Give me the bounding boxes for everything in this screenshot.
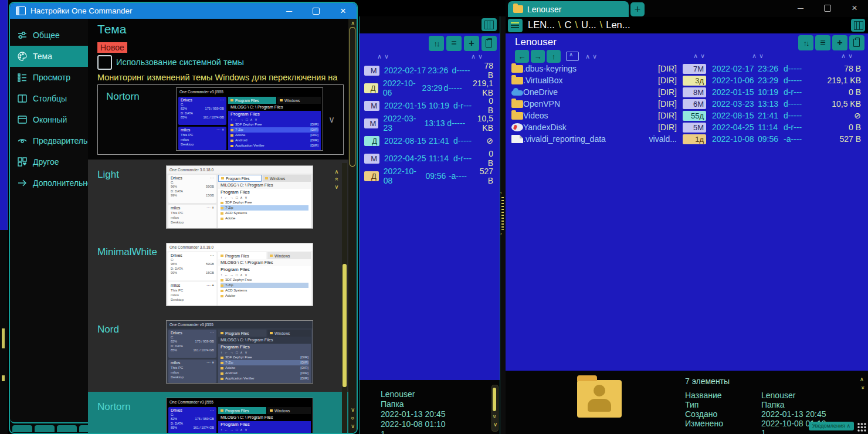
- preview-file-row: 3DF Zephyr Free[DIR]: [230, 122, 318, 127]
- sort-icon[interactable]: [798, 35, 813, 50]
- breadcrumb[interactable]: LEN...\C\U...\Len...: [528, 19, 630, 30]
- size-cell: 0 B: [486, 149, 500, 168]
- scroll-down-double-icon[interactable]: »: [351, 415, 354, 421]
- paste-icon[interactable]: [849, 35, 864, 50]
- dir-tag: [DIR]: [640, 64, 677, 73]
- sidebar-item-label: Столбцы: [33, 94, 67, 103]
- notifications-badge[interactable]: Уведомления ∧: [809, 422, 854, 430]
- attr-cell: d-----: [453, 136, 486, 145]
- minimize-button[interactable]: ─: [276, 3, 303, 19]
- folder-icon: [511, 77, 523, 84]
- preview-file-row: Adobe: [221, 216, 308, 221]
- file-row[interactable]: .dbus-keyrings[DIR]7М2022-02-1723:26d---…: [506, 63, 868, 74]
- column-sort-chevrons[interactable]: ∧∨: [377, 53, 391, 60]
- splitter-handle[interactable]: [501, 197, 504, 230]
- sidebar-item-window[interactable]: Оконный: [10, 109, 88, 130]
- theme-list-scrollbar[interactable]: [342, 163, 347, 433]
- theme-option-light[interactable]: Light One Commander 3.0.18.0 Drives··· C…: [88, 160, 348, 237]
- sidebar-item-other[interactable]: Другое: [10, 151, 88, 172]
- file-row[interactable]: .VirtualBox[DIR]3д2022-10-0623:29d-----2…: [506, 74, 868, 86]
- file-row[interactable]: М2022-02-1723:26d-----78 B: [360, 62, 500, 79]
- scroll-down-icon[interactable]: ∨: [351, 423, 355, 429]
- column-sort-chevrons[interactable]: ∧∨: [752, 52, 766, 60]
- file-row[interactable]: OpenVPN[DIR]6М2022-03-2313:13d-----10,5 …: [506, 98, 868, 110]
- file-row[interactable]: Д2022-10-0623:29d-----219,1 KB: [360, 79, 500, 97]
- column-sort-chevrons[interactable]: ∧∨: [841, 52, 855, 60]
- file-row[interactable]: OneDrive[DIR]8М2022-01-1510:19d-r---0 B: [506, 86, 868, 98]
- info-extra: 1: [381, 429, 385, 434]
- info-value: 2022-01-13 20:45: [761, 409, 826, 419]
- info-value: 1: [761, 428, 766, 434]
- sidebar-item-columns[interactable]: Столбцы: [10, 88, 88, 109]
- age-badge: М: [364, 118, 378, 128]
- theme-option-nord[interactable]: Nord One Commander v3 β555 Drives··· C:8…: [88, 314, 348, 392]
- date-cell: 2022-03-23: [712, 99, 758, 108]
- file-row[interactable]: .vivaldi_reporting_datavivald...1д2022-1…: [506, 133, 868, 145]
- file-row[interactable]: М2022-03-2313:13d-----10,5 KB: [360, 114, 500, 132]
- crumb-segment[interactable]: C: [564, 19, 571, 30]
- dir-tag: [DIR]: [640, 76, 677, 85]
- info-scrollbar[interactable]: » ∨: [491, 385, 499, 432]
- folder-icon: [511, 100, 523, 108]
- crumb-separator: \: [555, 19, 565, 30]
- list-view-icon[interactable]: [815, 35, 830, 50]
- list-view-icon[interactable]: [446, 36, 462, 51]
- up-icon[interactable]: ↑: [547, 50, 561, 63]
- column-sort-chevrons[interactable]: ∧∨: [693, 52, 707, 60]
- sidebar-item-advanced[interactable]: Дополнительно: [10, 172, 88, 194]
- resize-grip[interactable]: [857, 422, 866, 432]
- scroll-up-icon[interactable]: ∧: [860, 377, 864, 382]
- theme-list: ∧»∨ Light One Commander 3.0.18.0 Drives·…: [88, 160, 348, 433]
- size-cell: ⊘: [486, 136, 500, 145]
- file-row[interactable]: Д2022-10-0809:56-a----527 B: [360, 167, 500, 185]
- crumb-segment[interactable]: LEN...: [528, 19, 555, 30]
- close-button[interactable]: ×: [330, 3, 357, 19]
- scroll-up-icon[interactable]: ∧: [351, 21, 355, 26]
- menu-icon[interactable]: [508, 19, 523, 32]
- columns-view-icon[interactable]: [482, 18, 497, 31]
- tab-lenouser[interactable]: Lenouser: [508, 1, 629, 17]
- maximize-button[interactable]: [814, 0, 841, 16]
- crumb-segment[interactable]: U...: [581, 19, 596, 30]
- parent-folder-icon[interactable]: [566, 52, 579, 61]
- onedrive-cloud-icon: [511, 90, 523, 96]
- forward-icon[interactable]: →: [531, 50, 545, 63]
- scroll-down-double-icon[interactable]: »: [861, 385, 864, 391]
- sidebar-item-theme[interactable]: Тема: [10, 46, 88, 67]
- file-row[interactable]: YandexDisk[DIR]5М2022-04-2511:14d-r---0 …: [506, 121, 868, 133]
- item-count: 7 элементы: [685, 377, 730, 386]
- settings-title-bar[interactable]: Настройки One Commander ─ ×: [10, 3, 357, 19]
- theme-option-nortorn-selected[interactable]: Nortorn One Commander v3 β555 Drives··· …: [88, 392, 348, 434]
- theme-option-minimalwhite[interactable]: MinimalWhite One Commander 3.0.18.0 Driv…: [88, 237, 348, 314]
- close-button[interactable]: ×: [841, 0, 868, 16]
- file-row[interactable]: Videos[DIR]55д2022-08-1521:41d-----⊘: [506, 110, 868, 121]
- settings-window: Настройки One Commander ─ × Общее Тема П…: [9, 2, 358, 434]
- back-icon[interactable]: ←: [515, 50, 529, 63]
- sidebar-item-general[interactable]: Общее: [10, 25, 88, 46]
- sidebar-item-preview[interactable]: Предварительн...: [10, 130, 88, 151]
- column-sort-chevrons[interactable]: ∧∨: [471, 53, 485, 60]
- columns-view-icon[interactable]: [851, 19, 865, 32]
- sort-icon[interactable]: [429, 36, 444, 51]
- crumb-segment[interactable]: Len...: [606, 19, 630, 30]
- sidebar-item-view[interactable]: Просмотр: [10, 67, 88, 88]
- paste-icon[interactable]: [482, 36, 497, 51]
- theme-dropdown[interactable]: Nortorn One Commander v3 β555 Drives··· …: [97, 84, 344, 155]
- new-item-icon[interactable]: [832, 35, 847, 50]
- minimize-button[interactable]: ─: [787, 0, 814, 16]
- new-item-icon[interactable]: [464, 36, 479, 51]
- maximize-button[interactable]: [303, 3, 330, 19]
- chevron-down-icon[interactable]: ∨: [328, 114, 335, 125]
- file-row[interactable]: М2022-01-1510:19d-r---0 B: [360, 97, 500, 114]
- name-sort-chevrons[interactable]: ∧∨: [585, 53, 599, 60]
- system-theme-checkbox[interactable]: [97, 55, 112, 70]
- date-cell: 2022-01-15: [384, 101, 429, 110]
- file-row[interactable]: М2022-04-2511:14d-r---0 B: [360, 150, 500, 167]
- size-cell: 527 B: [818, 134, 868, 144]
- new-tab-button[interactable]: +: [630, 2, 645, 16]
- scroll-down-icon[interactable]: ∨: [351, 407, 355, 413]
- attr-cell: d-----: [784, 64, 818, 73]
- file-row[interactable]: Д2022-08-1521:41d-----⊘: [360, 132, 500, 150]
- settings-scrollbar[interactable]: ∧ ∨ » ∨: [348, 19, 357, 433]
- time-cell: 13:13: [758, 99, 784, 108]
